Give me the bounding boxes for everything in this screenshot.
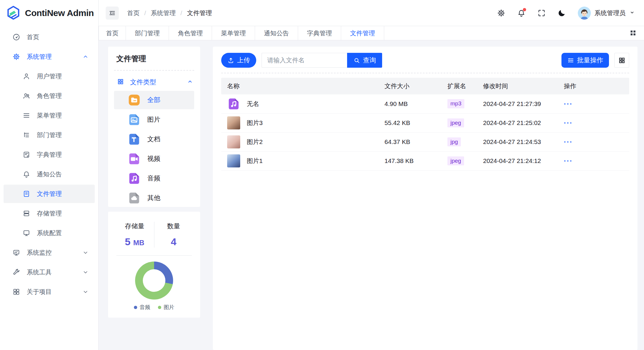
batch-actions-button[interactable]: 批量操作: [561, 53, 609, 68]
grid-view-button[interactable]: [614, 53, 629, 68]
sidebar-item-system-tools[interactable]: 系统工具: [4, 263, 95, 281]
table-row[interactable]: 无名 4.90 MB mp3 2024-04-27 21:27:39 ···: [221, 94, 629, 113]
notification-bell-icon[interactable]: [517, 9, 526, 17]
chevron-up-icon: [82, 53, 89, 60]
tab-dict-management[interactable]: 字典管理: [298, 26, 341, 40]
ext-badge: mp3: [447, 99, 464, 108]
file-thumbnail: [227, 135, 240, 148]
file-thumbnail: [227, 154, 240, 167]
row-actions-button[interactable]: ···: [564, 157, 573, 165]
row-actions-button[interactable]: ···: [564, 119, 573, 127]
grid-icon: [117, 78, 124, 86]
tab-home[interactable]: 首页: [99, 26, 126, 40]
sidebar-item-about-project[interactable]: 关于项目: [4, 283, 95, 301]
file-type-image[interactable]: 图片: [114, 110, 194, 129]
divider: [116, 255, 192, 256]
legend-audio[interactable]: 音频: [134, 304, 150, 311]
ext-badge: jpg: [447, 137, 461, 147]
breadcrumb-separator: /: [181, 9, 182, 17]
user-menu[interactable]: 系统管理员: [578, 7, 635, 20]
users-icon: [23, 92, 30, 100]
sidebar-collapse-button[interactable]: [106, 7, 119, 20]
table-row[interactable]: 图片1 147.38 KB jpeg 2024-04-27 21:24:12 ·…: [221, 151, 629, 170]
brand-title: ContiNew Admin: [25, 8, 94, 18]
breadcrumb-system[interactable]: 系统管理: [151, 9, 176, 17]
chart-legend: 音频 图片: [134, 304, 174, 311]
breadcrumb-home[interactable]: 首页: [127, 9, 140, 17]
file-type-document[interactable]: 文档: [114, 130, 194, 148]
upload-icon: [227, 57, 234, 64]
row-actions-button[interactable]: ···: [564, 100, 573, 108]
file-size: 64.37 KB: [384, 132, 447, 151]
tab-list-grid-icon[interactable]: [629, 29, 637, 37]
sidebar-item-notice[interactable]: 通知公告: [4, 165, 95, 183]
notification-badge: [523, 8, 526, 11]
sidebar-item-dept-management[interactable]: 部门管理: [4, 126, 95, 144]
document-file-icon: [128, 133, 141, 146]
file-name: 图片2: [247, 138, 263, 146]
file-size: 55.42 KB: [384, 113, 447, 132]
chevron-up-icon: [187, 79, 193, 86]
file-time: 2024-04-27 21:24:12: [483, 151, 564, 170]
sidebar-item-dict-management[interactable]: 字典管理: [4, 145, 95, 164]
file-icon: [23, 190, 30, 198]
tab-file-management[interactable]: 文件管理: [341, 26, 384, 40]
chevron-down-icon: [82, 289, 89, 295]
panel-title: 文件管理: [114, 54, 194, 64]
fullscreen-icon[interactable]: [537, 9, 546, 17]
video-file-icon: [128, 152, 141, 165]
tab-menu-management[interactable]: 菜单管理: [212, 26, 255, 40]
legend-dot: [158, 306, 161, 309]
sidebar-item-system-config[interactable]: 系统配置: [4, 224, 95, 242]
sidebar-item-storage-management[interactable]: 存储管理: [4, 204, 95, 223]
file-time: 2024-04-27 21:25:02: [483, 113, 564, 132]
ext-badge: jpeg: [447, 156, 464, 166]
table-row[interactable]: 图片2 64.37 KB jpg 2024-04-27 21:24:53 ···: [221, 132, 629, 151]
file-type-all[interactable]: 全部: [114, 91, 194, 109]
audio-file-icon: [227, 97, 240, 110]
col-actions: 操作: [564, 78, 629, 94]
sidebar-item-file-management[interactable]: 文件管理: [4, 185, 95, 203]
sidebar-item-home[interactable]: 首页: [4, 28, 95, 46]
col-time: 修改时间: [483, 78, 564, 94]
app-window: ContiNew Admin 首页 系统管理 用户管理 角色管理: [0, 0, 644, 350]
user-icon: [23, 72, 30, 80]
file-type-video[interactable]: 视频: [114, 150, 194, 168]
breadcrumb: 首页 / 系统管理 / 文件管理: [127, 9, 212, 17]
file-size: 4.90 MB: [384, 94, 447, 113]
search-input[interactable]: [262, 53, 347, 68]
folder-icon: [128, 94, 141, 107]
file-type-group-header[interactable]: 文件类型: [114, 76, 194, 91]
sidebar-item-user-management[interactable]: 用户管理: [4, 67, 95, 85]
tab-dept-management[interactable]: 部门管理: [126, 26, 169, 40]
dictionary-icon: [23, 151, 30, 159]
settings-icon[interactable]: [497, 9, 505, 17]
col-name: 名称: [221, 78, 384, 94]
file-name: 图片3: [247, 119, 263, 127]
gear-icon: [12, 53, 20, 61]
search-button[interactable]: 查询: [347, 53, 382, 68]
content-area: 文件管理 文件类型 全部 图片: [99, 40, 644, 350]
tab-role-management[interactable]: 角色管理: [169, 26, 212, 40]
tree-icon: [23, 131, 30, 139]
storage-value: 5: [125, 236, 130, 247]
sidebar-item-menu-management[interactable]: 菜单管理: [4, 106, 95, 125]
row-actions-button[interactable]: ···: [564, 138, 573, 146]
sidebar-menu: 首页 系统管理 用户管理 角色管理 菜单管理 部门管理: [0, 26, 98, 301]
tab-notice[interactable]: 通知公告: [255, 26, 298, 40]
sidebar-item-role-management[interactable]: 角色管理: [4, 87, 95, 105]
dark-mode-icon[interactable]: [558, 9, 566, 17]
file-type-other[interactable]: 其他: [114, 189, 194, 207]
checklist-icon: [567, 57, 574, 64]
table-row[interactable]: 图片3 55.42 KB jpeg 2024-04-27 21:25:02 ··…: [221, 113, 629, 132]
upload-button[interactable]: 上传: [221, 53, 256, 68]
file-type-audio[interactable]: 音频: [114, 169, 194, 188]
sidebar-item-system-monitor[interactable]: 系统监控: [4, 243, 95, 262]
legend-image[interactable]: 图片: [158, 304, 174, 311]
file-time: 2024-04-27 21:24:53: [483, 132, 564, 151]
brand: ContiNew Admin: [0, 0, 98, 26]
toolbar: 上传 查询 批量操作: [221, 53, 629, 68]
search-group: 查询: [262, 53, 382, 68]
sidebar-item-system-management[interactable]: 系统管理: [4, 47, 95, 66]
grid-view-icon: [618, 57, 626, 64]
